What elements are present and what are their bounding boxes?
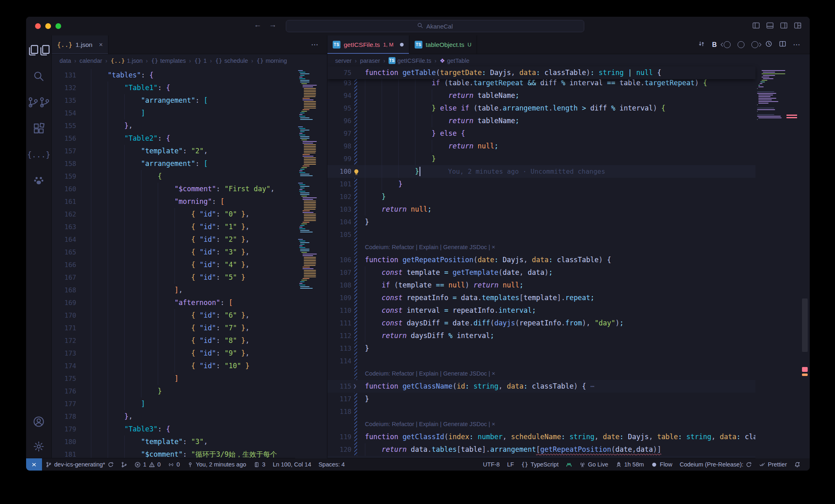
extensions-icon[interactable] (26, 115, 51, 141)
more-tabs-icon[interactable]: ⋯ (311, 35, 327, 54)
nav-back-icon[interactable] (724, 41, 731, 48)
code-line[interactable]: 162 { "id": "0" }, (52, 208, 327, 221)
wakatime[interactable]: 1h 58m (612, 458, 647, 471)
code-line[interactable]: 160 "$comment": "First day", (52, 183, 327, 195)
code-line[interactable]: 120 return data.tables[table].arrangemen… (327, 443, 810, 456)
breadcrumb-item[interactable]: {}morning (256, 57, 287, 64)
lint-status[interactable] (562, 458, 576, 471)
codelens-actions[interactable]: Codeium: Refactor | Explain | Generate J… (327, 418, 810, 431)
language-mode[interactable]: {}TypeScript (518, 458, 562, 471)
breadcrumb[interactable]: data›calendar›{..}1.json›{}templates›{}1… (52, 54, 327, 67)
code-line[interactable]: 117} (327, 393, 810, 405)
code-line[interactable]: 75function getTable(targetDate: Dayjs, d… (327, 66, 755, 79)
code-line[interactable]: 101 } (327, 178, 810, 190)
scrollbar-slider[interactable] (802, 298, 808, 352)
code-line[interactable]: 108 if (template == null) return null; (327, 279, 810, 292)
breadcrumb-item[interactable]: server (335, 57, 351, 64)
overview-ruler[interactable] (800, 66, 810, 458)
toggle-secondary-sidebar-icon[interactable] (780, 22, 788, 31)
code-line[interactable]: 171 { "id": "7" }, (52, 322, 327, 334)
code-line[interactable]: 106function getRepeatPosition(date: Dayj… (327, 254, 810, 266)
codeium-icon[interactable] (26, 168, 51, 194)
encoding[interactable]: UTF-8 (479, 458, 504, 471)
breadcrumb-item[interactable]: TSgetICSFile.ts (389, 57, 431, 64)
customize-layout-icon[interactable] (794, 22, 802, 31)
codeium-status[interactable]: Codeium (Pre-Release): (676, 458, 755, 471)
split-editor-icon[interactable] (779, 40, 786, 49)
compare-changes-icon[interactable] (698, 40, 705, 49)
tab-geticsfile[interactable]: TS getICSFile.ts 1, M (327, 35, 409, 54)
code-line[interactable]: 170 { "id": "6" }, (52, 309, 327, 322)
git-branch[interactable]: dev-ics-generating* (42, 458, 117, 471)
code-line[interactable]: 154 ] (52, 107, 327, 119)
zoom-window-button[interactable] (55, 23, 61, 29)
breadcrumb-item[interactable]: paraser (360, 57, 380, 64)
explorer-icon[interactable] (26, 37, 51, 63)
code-line[interactable]: 131 "tables": { (52, 69, 327, 82)
braces-extension-icon[interactable]: {...} (26, 141, 51, 168)
minimap[interactable] (755, 66, 800, 458)
tab-tableobject[interactable]: TS tableObject.ts U (409, 35, 477, 54)
history-back-icon[interactable]: ← (252, 20, 263, 29)
code-line[interactable]: 155 }, (52, 119, 327, 132)
breadcrumb[interactable]: server›paraser›TSgetICSFile.ts›❖getTable (327, 54, 810, 67)
source-control-icon[interactable] (26, 89, 51, 115)
go-live[interactable]: Go Live (576, 458, 612, 471)
code-line[interactable]: 161 "morning": [ (52, 195, 327, 208)
code-line[interactable]: 159 { (52, 170, 327, 183)
nav-current-icon[interactable] (738, 41, 744, 48)
code-line[interactable]: 156 "Table2": { (52, 132, 327, 145)
code-line[interactable]: 169 "afternoon": [ (52, 296, 327, 309)
eol[interactable]: LF (504, 458, 518, 471)
code-line[interactable]: 163 { "id": "1" }, (52, 221, 327, 233)
code-line[interactable]: 179 "Table3": { (52, 423, 327, 435)
code-line[interactable]: 177 ] (52, 398, 327, 410)
code-line[interactable]: 157 "template": "2", (52, 145, 327, 157)
prettier[interactable]: Prettier (755, 458, 791, 471)
breadcrumb-item[interactable]: ❖getTable (440, 57, 469, 64)
code-line[interactable]: 105 (327, 228, 810, 241)
toggle-sidebar-icon[interactable] (752, 22, 760, 31)
command-center-search[interactable]: AkaneCal (286, 20, 584, 32)
notifications-bell[interactable] (791, 458, 804, 471)
breadcrumb-item[interactable]: data (60, 57, 71, 64)
code-line[interactable]: 95 } else if (table.arrangement.length >… (327, 102, 810, 115)
code-line[interactable]: 119function getClassId(index: number, sc… (327, 431, 810, 443)
remote-indicator[interactable] (26, 458, 42, 471)
code-line[interactable]: 167 { "id": "5" } (52, 271, 327, 284)
settings-gear-icon[interactable] (26, 435, 51, 458)
close-window-button[interactable] (35, 23, 41, 29)
breadcrumb-item[interactable]: {}1 (194, 57, 207, 64)
code-line[interactable]: 100 }You, 2 minutes ago · Uncommitted ch… (327, 165, 810, 178)
code-line[interactable]: 114 (327, 355, 810, 367)
account-icon[interactable] (26, 409, 51, 435)
breadcrumb-item[interactable]: {}templates (151, 57, 186, 64)
screencast-counter[interactable]: 0 (164, 458, 183, 471)
problems[interactable]: 10 (131, 458, 164, 471)
code-line[interactable]: 158 "arrangement": [ (52, 157, 327, 170)
code-line[interactable]: 172 { "id": "8" }, (52, 334, 327, 347)
sticky-scroll-line[interactable]: 75function getTable(targetDate: Dayjs, d… (327, 66, 755, 79)
code-line[interactable]: 99 } (327, 153, 810, 165)
more-actions-icon[interactable]: ⋯ (793, 40, 800, 49)
nav-forward-icon[interactable] (751, 41, 758, 48)
indentation[interactable]: Spaces: 4 (315, 458, 349, 471)
history-forward-icon[interactable]: → (267, 20, 278, 29)
code-line[interactable]: 107 const template = getTemplate(date, d… (327, 266, 810, 279)
minimap[interactable] (295, 66, 327, 458)
dirty-indicator[interactable] (400, 43, 404, 46)
code-line[interactable]: 174 { "id": "10" } (52, 360, 327, 372)
flow[interactable]: Flow (647, 458, 676, 471)
run-code-icon[interactable] (765, 40, 772, 49)
code-line[interactable]: 96 return tableName; (327, 115, 810, 127)
toggle-panel-icon[interactable] (766, 22, 774, 31)
tab-1json[interactable]: {..} 1.json × (52, 35, 108, 54)
bookmarks-icon[interactable]: B (712, 41, 717, 49)
code-line[interactable]: 118 (327, 405, 810, 418)
breadcrumb-item[interactable]: {..}1.json (110, 57, 143, 64)
code-line[interactable]: 181 "$comment": "循环于3/9始，生效于每个 (52, 448, 327, 458)
code-line[interactable]: 132 "Table1": { (52, 82, 327, 94)
cursor-position[interactable]: Ln 100, Col 14 (269, 458, 315, 471)
code-line[interactable]: 176 } (52, 385, 327, 398)
codelens-actions[interactable]: Codeium: Refactor | Explain | Generate J… (327, 241, 810, 254)
